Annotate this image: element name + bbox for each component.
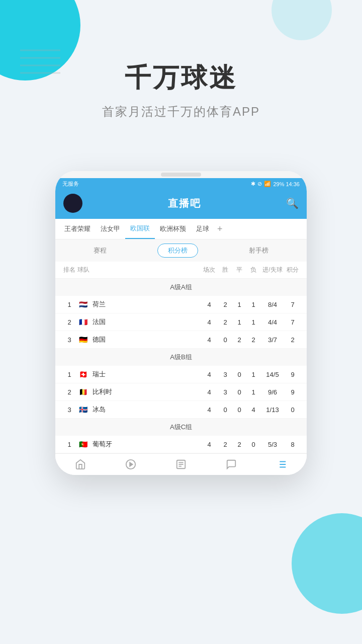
team-name: 🇳🇱 荷兰 xyxy=(77,300,200,309)
table-row[interactable]: 1 🇵🇹 葡萄牙 4 2 2 0 5/3 8 xyxy=(55,436,307,453)
battery-text: 29% 14:36 xyxy=(273,181,300,187)
bluetooth-icon: ✱ xyxy=(251,181,255,187)
rank: 1 xyxy=(61,301,77,308)
tab-ouguolian[interactable]: 欧国联 xyxy=(125,219,155,239)
phone-notch xyxy=(161,173,201,177)
table-row[interactable]: 1 🇳🇱 荷兰 4 2 1 1 8/4 7 xyxy=(55,296,307,313)
status-bar: 无服务 ✱ ⊘ 📶 29% 14:36 xyxy=(55,178,307,190)
header-won: 胜 xyxy=(218,266,232,274)
rank: 2 xyxy=(61,388,77,396)
tab-fanv[interactable]: 法女甲 xyxy=(96,219,125,238)
standings-table: 排名 球队 场次 胜 平 负 进/失球 积分 A级A组 1 🇳🇱 荷兰 4 2 … xyxy=(55,262,307,475)
flag-france: 🇫🇷 xyxy=(77,318,88,326)
tab-ouyou[interactable]: 欧洲杯预 xyxy=(155,219,191,238)
signal-icon: 📶 xyxy=(264,181,271,187)
sub-tabs: 赛程 积分榜 射手榜 xyxy=(55,239,307,262)
table-row[interactable]: 3 🇩🇪 德国 4 0 2 2 3/7 2 xyxy=(55,331,307,349)
phone-top-bar xyxy=(55,171,307,178)
table-row[interactable]: 2 🇧🇪 比利时 4 3 0 1 9/6 9 xyxy=(55,383,307,401)
tab-wangzhe[interactable]: 王者荣耀 xyxy=(59,219,96,238)
status-no-service: 无服务 xyxy=(62,180,79,188)
group-a-header: A级A组 xyxy=(55,279,307,296)
table-row[interactable]: 2 🇫🇷 法国 4 2 1 1 4/4 7 xyxy=(55,313,307,331)
table-header-row: 排名 球队 场次 胜 平 负 进/失球 积分 xyxy=(55,262,307,279)
header-rank: 排名 xyxy=(61,266,77,274)
flag-germany: 🇩🇪 xyxy=(77,336,88,343)
header-pts: 积分 xyxy=(285,266,301,274)
nav-home[interactable] xyxy=(75,459,86,470)
team-name: 🇩🇪 德国 xyxy=(77,335,200,344)
flag-belgium: 🇧🇪 xyxy=(77,388,88,395)
status-right: ✱ ⊘ 📶 29% 14:36 xyxy=(251,181,300,187)
add-tab-icon[interactable]: + xyxy=(214,220,226,238)
wifi-icon: ⊘ xyxy=(257,181,262,187)
header-lost: 负 xyxy=(246,266,260,274)
rank: 1 xyxy=(61,371,77,378)
header-played: 场次 xyxy=(200,266,218,274)
subtab-schedule[interactable]: 赛程 xyxy=(83,244,117,257)
nav-list[interactable] xyxy=(276,459,287,470)
nav-chat[interactable] xyxy=(226,459,237,470)
header-draw: 平 xyxy=(232,266,246,274)
svg-marker-5 xyxy=(130,462,133,466)
nav-news[interactable] xyxy=(175,459,187,470)
flag-switzerland: 🇨🇭 xyxy=(77,371,88,378)
nav-play[interactable] xyxy=(125,459,136,470)
subtab-standings[interactable]: 积分榜 xyxy=(157,244,198,258)
team-name: 🇨🇭 瑞士 xyxy=(77,370,200,379)
team-name: 🇧🇪 比利时 xyxy=(77,387,200,396)
group-b-header: A级B组 xyxy=(55,349,307,366)
rank: 1 xyxy=(61,441,77,448)
header-gd: 进/失球 xyxy=(260,266,285,274)
search-icon[interactable]: 🔍 xyxy=(286,197,299,209)
header-team: 球队 xyxy=(77,266,200,274)
flag-portugal: 🇵🇹 xyxy=(77,441,88,448)
sub-title: 首家月活过千万的体育APP xyxy=(0,104,362,120)
app-title: 直播吧 xyxy=(168,197,201,210)
flag-netherlands: 🇳🇱 xyxy=(77,301,88,308)
rank: 3 xyxy=(61,336,77,344)
bg-circle-bottom-right xyxy=(292,513,362,614)
nav-tabs: 王者荣耀 法女甲 欧国联 欧洲杯预 足球 + xyxy=(55,219,307,239)
table-row[interactable]: 3 🇮🇸 冰岛 4 0 0 4 1/13 0 xyxy=(55,401,307,419)
subtab-scorers[interactable]: 射手榜 xyxy=(239,244,279,257)
team-name: 🇫🇷 法国 xyxy=(77,317,200,327)
app-header: 直播吧 🔍 xyxy=(55,190,307,219)
team-name: 🇮🇸 冰岛 xyxy=(77,405,200,414)
main-title: 千万球迷 xyxy=(0,60,362,96)
flag-iceland: 🇮🇸 xyxy=(77,406,88,413)
tab-zuqiu[interactable]: 足球 xyxy=(191,219,214,238)
bottom-nav xyxy=(55,453,307,475)
avatar[interactable] xyxy=(63,194,82,213)
team-name: 🇵🇹 葡萄牙 xyxy=(77,440,200,449)
group-c-header: A级C组 xyxy=(55,419,307,436)
rank: 3 xyxy=(61,406,77,414)
rank: 2 xyxy=(61,318,77,326)
phone-mockup: 无服务 ✱ ⊘ 📶 29% 14:36 直播吧 🔍 王者荣耀 法女甲 欧国联 欧… xyxy=(55,171,307,475)
table-row[interactable]: 1 🇨🇭 瑞士 4 3 0 1 14/5 9 xyxy=(55,366,307,383)
header-section: 千万球迷 首家月活过千万的体育APP xyxy=(0,0,362,120)
